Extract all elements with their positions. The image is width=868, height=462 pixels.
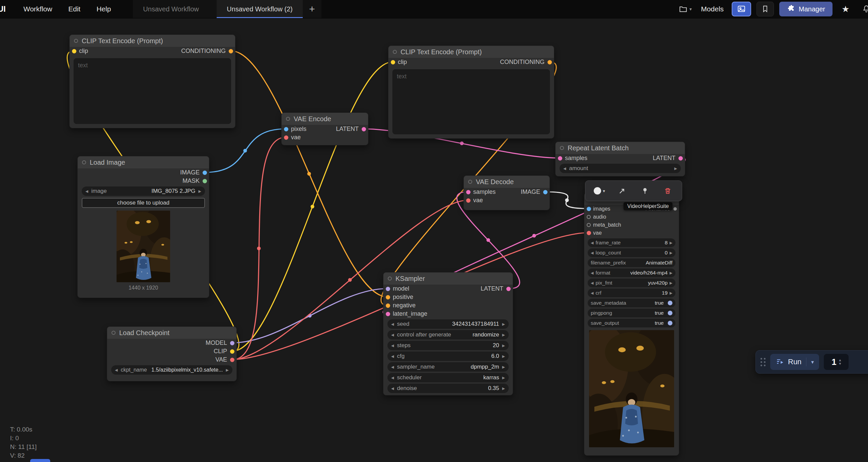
- prev-arrow-icon[interactable]: ◀: [85, 189, 88, 193]
- new-workflow-tab-button[interactable]: +: [303, 0, 321, 18]
- widget-frame-rate[interactable]: ◀ frame_rate 8 ▶: [588, 238, 676, 247]
- widget-control-after-generate[interactable]: ◀ control after generate randomize ▶: [388, 330, 509, 339]
- widget-format[interactable]: ◀ format video/h264-mp4 ▶: [588, 269, 676, 277]
- output-port-latent[interactable]: [362, 127, 366, 131]
- tab-unsaved-workflow[interactable]: Unsaved Workflow: [133, 0, 217, 18]
- prev-arrow-icon[interactable]: ◀: [591, 291, 593, 295]
- output-port-filenames[interactable]: [674, 207, 677, 211]
- menu-help[interactable]: Help: [88, 0, 119, 18]
- manager-button[interactable]: Manager: [779, 2, 833, 17]
- node-header[interactable]: Repeat Latent Batch: [556, 142, 685, 154]
- widget-cfg[interactable]: ◀ cfg 6.0 ▶: [388, 351, 509, 361]
- next-arrow-icon[interactable]: ▶: [198, 189, 201, 193]
- next-arrow-icon[interactable]: ▶: [670, 271, 673, 275]
- input-port-audio[interactable]: [587, 215, 591, 219]
- widget-scheduler[interactable]: ◀ scheduler karras ▶: [388, 373, 509, 382]
- widget-steps[interactable]: ◀ steps 20 ▶: [388, 341, 509, 350]
- node-graph-canvas[interactable]: CLIP Text Encode (Prompt) clip CONDITION…: [0, 19, 868, 462]
- input-port-samples[interactable]: [558, 156, 562, 160]
- input-port-samples[interactable]: [466, 190, 470, 194]
- batch-count-input[interactable]: 1 ▴ ▾: [824, 354, 848, 370]
- node-header[interactable]: VAE Encode: [282, 113, 368, 125]
- output-port-vae[interactable]: [230, 358, 235, 362]
- pin-button[interactable]: [636, 183, 654, 198]
- input-port-latent-image[interactable]: [386, 312, 390, 316]
- node-clip-text-encode-1[interactable]: CLIP Text Encode (Prompt) clip CONDITION…: [69, 34, 236, 128]
- prev-arrow-icon[interactable]: ◀: [591, 241, 593, 245]
- collapse-dot[interactable]: [82, 160, 86, 164]
- models-button[interactable]: Models: [698, 2, 726, 17]
- menu-workflow[interactable]: Workflow: [16, 0, 60, 18]
- prev-arrow-icon[interactable]: ◀: [563, 166, 566, 171]
- favorites-button[interactable]: ★: [838, 2, 853, 17]
- tab-unsaved-workflow-2[interactable]: Unsaved Workflow (2): [217, 0, 302, 18]
- prompt-text-input[interactable]: text: [74, 58, 231, 124]
- panel-drag-handle[interactable]: [761, 358, 766, 366]
- widget-amount[interactable]: ◀ amount ▶: [560, 164, 681, 173]
- input-port-images[interactable]: [587, 207, 591, 211]
- node-header[interactable]: CLIP Text Encode (Prompt): [70, 35, 235, 47]
- workflow-gallery-button[interactable]: [732, 2, 751, 17]
- node-header[interactable]: CLIP Text Encode (Prompt): [389, 46, 554, 58]
- node-header[interactable]: Load Image: [78, 156, 209, 168]
- next-arrow-icon[interactable]: ▶: [670, 251, 673, 255]
- input-port-meta-batch[interactable]: [587, 223, 591, 227]
- prompt-text-input[interactable]: text: [393, 69, 550, 134]
- next-arrow-icon[interactable]: ▶: [502, 376, 505, 380]
- widget-denoise[interactable]: ◀ denoise 0.35 ▶: [388, 384, 509, 393]
- next-arrow-icon[interactable]: ▶: [502, 322, 505, 327]
- prev-arrow-icon[interactable]: ◀: [591, 271, 593, 275]
- toggle-dot[interactable]: [668, 321, 673, 326]
- collapse-dot[interactable]: [112, 331, 116, 335]
- notifications-button[interactable]: [859, 2, 868, 17]
- input-port-clip[interactable]: [72, 49, 76, 53]
- output-port-conditioning[interactable]: [548, 60, 552, 64]
- delete-node-button[interactable]: [658, 183, 677, 198]
- input-port-vae[interactable]: [466, 198, 470, 203]
- collapse-dot[interactable]: [74, 39, 78, 43]
- widget-save-metadata[interactable]: save_metadata true: [588, 299, 676, 307]
- node-header[interactable]: VAE Decode: [464, 176, 550, 188]
- node-video-combine[interactable]: Video Combine ⓋⒽⓈ ? images Filenames aud…: [584, 192, 679, 456]
- prev-arrow-icon[interactable]: ◀: [391, 365, 394, 369]
- node-header[interactable]: KSampler: [383, 273, 513, 284]
- next-arrow-icon[interactable]: ▶: [502, 354, 505, 359]
- node-load-image[interactable]: Load Image IMAGE MASK ◀ image IMG_8075 2…: [78, 156, 209, 298]
- collapse-dot[interactable]: [388, 277, 392, 281]
- next-arrow-icon[interactable]: ▶: [670, 241, 673, 245]
- workflows-folder-button[interactable]: ▾: [678, 2, 693, 17]
- input-port-clip[interactable]: [391, 60, 395, 64]
- next-arrow-icon[interactable]: ▶: [226, 368, 229, 372]
- input-port-negative[interactable]: [386, 303, 390, 308]
- next-arrow-icon[interactable]: ▶: [502, 386, 505, 391]
- prev-arrow-icon[interactable]: ◀: [591, 251, 593, 255]
- widget-pingpong[interactable]: pingpong true: [588, 309, 676, 317]
- widget-sampler-name[interactable]: ◀ sampler_name dpmpp_2m ▶: [388, 362, 509, 372]
- widget-loop-count[interactable]: ◀ loop_count 0 ▶: [588, 248, 676, 257]
- prev-arrow-icon[interactable]: ◀: [391, 333, 394, 337]
- collapse-dot[interactable]: [393, 50, 397, 54]
- widget-ckpt-name[interactable]: ◀ ckpt_name 1.5/aziibpixelmix_v10.safete…: [111, 365, 232, 375]
- output-port-model[interactable]: [230, 341, 235, 345]
- widget-pix-fmt[interactable]: ◀ pix_fmt yuv420p ▶: [588, 279, 676, 287]
- input-port-model[interactable]: [386, 286, 390, 291]
- next-arrow-icon[interactable]: ▶: [502, 365, 505, 369]
- widget-save-output[interactable]: save_output true: [588, 319, 676, 328]
- prev-arrow-icon[interactable]: ◀: [391, 354, 394, 359]
- output-port-image[interactable]: [203, 171, 207, 175]
- next-arrow-icon[interactable]: ▶: [675, 166, 677, 171]
- count-spinners[interactable]: ▴ ▾: [839, 358, 841, 366]
- prev-arrow-icon[interactable]: ◀: [391, 322, 394, 327]
- next-arrow-icon[interactable]: ▶: [502, 343, 505, 348]
- input-port-vae[interactable]: [587, 231, 591, 235]
- choose-file-button[interactable]: choose file to upload: [82, 198, 205, 208]
- prev-arrow-icon[interactable]: ◀: [591, 281, 593, 285]
- widget-image-file[interactable]: ◀ image IMG_8075 2.JPG ▶: [82, 186, 205, 196]
- spin-down-icon[interactable]: ▾: [839, 362, 841, 366]
- output-port-image[interactable]: [543, 190, 548, 194]
- prev-arrow-icon[interactable]: ◀: [391, 376, 394, 380]
- menu-edit[interactable]: Edit: [60, 0, 88, 18]
- output-port-conditioning[interactable]: [229, 49, 233, 53]
- output-port-latent[interactable]: [506, 286, 511, 291]
- run-button[interactable]: Run ▾: [770, 354, 819, 370]
